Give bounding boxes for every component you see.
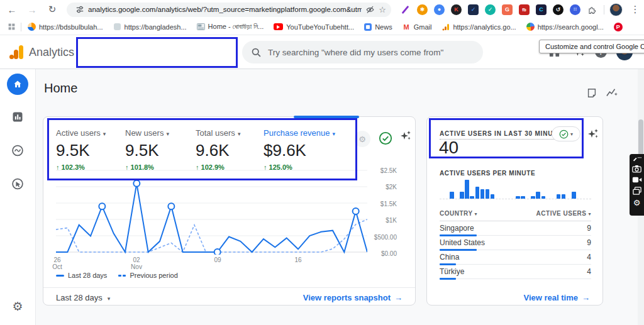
analytics-favicon (441, 23, 450, 31)
view-real-time-link[interactable]: View real time→ (524, 293, 590, 302)
home-icon (7, 74, 28, 95)
table-row[interactable]: Türkiye 4 (440, 265, 591, 279)
page-title: Home (44, 81, 77, 96)
table-row[interactable]: China 4 (440, 250, 591, 265)
bookmark-item[interactable]: News (364, 23, 392, 31)
minute-bar (486, 189, 490, 199)
copy-windows-icon[interactable] (633, 187, 641, 195)
minute-bar (536, 192, 540, 199)
chart-legend: Last 28 days Previous period (56, 272, 178, 279)
minute-bar (460, 192, 464, 199)
minute-bar (491, 194, 495, 199)
bookmark-item[interactable]: https://bangladesh... (113, 23, 187, 31)
country-table: Singapore 9 United States 9 China 4 Türk… (440, 221, 591, 279)
extension-icon-blue-grid[interactable]: ∷ (570, 4, 580, 15)
minute-bar (475, 187, 480, 199)
insights-sparkle-icon[interactable] (587, 128, 599, 143)
insights-sparkle-icon[interactable] (399, 129, 412, 145)
users-column-header[interactable]: ACTIVE USERS▾ (536, 210, 591, 217)
bookmark-item[interactable]: YouTubeYouTubehtt... (274, 23, 354, 31)
address-bar[interactable]: analytics.google.com/analytics/web/?utm_… (67, 3, 391, 17)
chrome-menu-tooltip: Customize and control Google Chrome (539, 40, 644, 53)
extension-icon-navy-check[interactable]: ✓ (468, 4, 479, 15)
extension-icon-blue-dot[interactable]: ● (434, 4, 445, 15)
sidebar-item-reports[interactable] (11, 111, 24, 126)
bookmark-item[interactable]: https://search.googl... (526, 23, 604, 31)
chrome-menu-button[interactable]: ⋮ (629, 4, 641, 15)
sidebar-item-home[interactable] (7, 74, 28, 95)
extensions-puzzle-icon[interactable] (587, 4, 597, 15)
bookmark-star-icon[interactable]: ☆ (379, 5, 386, 14)
extensions-row: ✱ ● K ✓ ✓ G fb C ↺ ∷ (400, 4, 597, 15)
country-column-header[interactable]: COUNTRY▾ (440, 210, 477, 217)
extension-icon-g[interactable]: G (502, 4, 513, 15)
date-range-selector[interactable]: Last 28 days▾ (56, 293, 110, 302)
search-icon (251, 47, 262, 58)
sidebar-item-explore[interactable] (11, 144, 25, 160)
youtube-favicon (274, 23, 283, 30)
table-row[interactable]: United States 9 (440, 236, 591, 250)
global-search[interactable]: Try searching "where did my users come f… (242, 41, 483, 63)
extension-icon-teal-check[interactable]: ✓ (485, 4, 496, 15)
browser-window: ← → ↻ analytics.google.com/analytics/web… (0, 0, 644, 325)
minute-bar (521, 196, 525, 199)
back-button[interactable]: ← (4, 4, 20, 15)
insights-icon[interactable] (606, 87, 618, 101)
sidebar-item-advertising[interactable] (11, 177, 25, 193)
dropdown-caret-icon: ▾ (108, 295, 111, 302)
x-axis-tick: 26Oct (52, 256, 62, 270)
search-favicon (526, 23, 535, 31)
key-events-check-icon[interactable] (377, 129, 394, 147)
extension-icon-pen[interactable] (400, 4, 411, 15)
video-record-icon[interactable] (632, 176, 642, 184)
per-minute-bar-chart (440, 179, 591, 199)
minute-bar (572, 192, 576, 199)
url-text[interactable]: analytics.google.com/analytics/web/?utm_… (88, 6, 362, 13)
advertising-icon (11, 177, 25, 190)
minute-bar (516, 196, 520, 199)
camera-icon[interactable] (632, 165, 641, 173)
x-axis-tick: 02Nov (131, 256, 142, 270)
sidebar-item-admin[interactable]: ⚙ (12, 299, 23, 314)
extension-icon-orange[interactable]: ✱ (417, 4, 428, 15)
apps-grid-icon[interactable] (8, 23, 16, 31)
extension-icon-k[interactable]: K (451, 4, 462, 15)
legend-previous-period: Previous period (118, 272, 177, 279)
pen-tool-icon[interactable] (633, 156, 641, 162)
extension-icon-swirl[interactable]: ↺ (553, 4, 564, 15)
browser-toolbar: ← → ↻ analytics.google.com/analytics/web… (0, 0, 644, 19)
bookmark-item[interactable]: https://analytics.go... (441, 23, 516, 31)
notes-icon[interactable] (586, 87, 597, 101)
annotation-box-realtime (429, 118, 584, 158)
bookmarks-divider (21, 23, 21, 31)
per-minute-label: ACTIVE USERS PER MINUTE (440, 170, 535, 177)
bookmark-item[interactable]: https://bdsbulbulah... (28, 23, 103, 31)
extension-icon-fb[interactable]: fb (519, 4, 530, 15)
country-value-bar (440, 278, 456, 280)
eye-off-icon[interactable] (365, 5, 375, 14)
site-settings-icon[interactable] (75, 5, 84, 14)
dashed-line-swatch (118, 275, 126, 277)
table-row[interactable]: Singapore 9 (440, 221, 591, 236)
profile-avatar[interactable] (609, 3, 623, 16)
minute-bar (541, 196, 546, 199)
bookmark-item[interactable]: Home - ধোবাউড়া নি... (197, 23, 264, 31)
capture-toolbar[interactable]: ⚙ (630, 154, 644, 216)
bookmark-favicon (114, 23, 121, 30)
forward-button[interactable]: → (24, 4, 40, 15)
extension-icon-c[interactable]: C (536, 4, 547, 15)
reports-icon (11, 111, 24, 123)
reload-button[interactable]: ↻ (44, 4, 60, 15)
google-analytics-logo[interactable] (9, 44, 25, 63)
legend-current-period: Last 28 days (56, 272, 107, 279)
capture-settings-gear-icon[interactable]: ⚙ (633, 198, 641, 207)
pinterest-favicon[interactable]: P (614, 23, 623, 31)
arrow-right-icon: → (582, 293, 590, 302)
main-content: Home Active users▾ 9.5K ↑ 102.3% New use… (36, 69, 644, 325)
view-reports-snapshot-link[interactable]: View reports snapshot→ (303, 293, 402, 302)
minute-bar (450, 192, 454, 199)
bookmark-item[interactable]: MGmail (402, 23, 432, 31)
toolbar-divider (604, 5, 604, 14)
minute-bar (480, 189, 485, 199)
card-footer-divider (43, 287, 415, 288)
